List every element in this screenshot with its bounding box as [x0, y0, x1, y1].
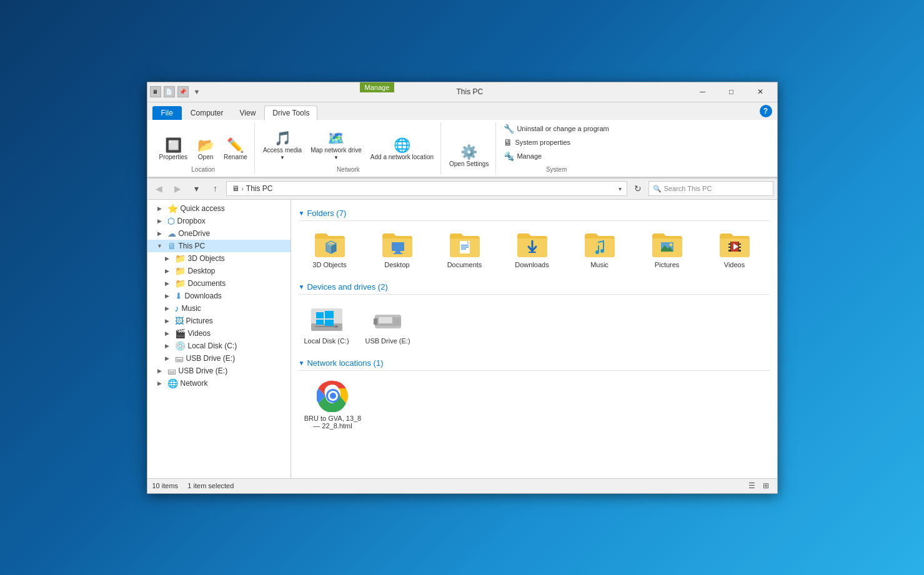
system-label: System — [546, 165, 567, 174]
folder-3d-objects-icon — [314, 230, 346, 258]
status-bar: 10 items 1 item selected ☰ ⊞ — [147, 478, 777, 493]
folders-chevron: ▼ — [299, 210, 305, 217]
settings-buttons: ⚙️ Open Settings — [446, 122, 492, 172]
maximize-button[interactable]: □ — [717, 82, 746, 102]
svg-rect-5 — [395, 251, 400, 253]
ribbon-tabs: File Computer View Drive Tools ? — [147, 102, 777, 120]
devices-section-header[interactable]: ▼ Devices and drives (2) — [299, 282, 770, 295]
sidebar-item-network[interactable]: ▶ 🌐 Network — [147, 377, 291, 390]
folder-3d-objects[interactable]: 3D Objects — [299, 226, 361, 272]
dropbox-icon: ⬡ — [167, 216, 175, 226]
folder-3d-objects-label: 3D Objects — [312, 261, 346, 268]
sidebar-item-desktop[interactable]: ▶ 📁 Desktop — [147, 265, 291, 277]
sidebar-item-dropbox[interactable]: ▶ ⬡ Dropbox — [147, 215, 291, 227]
devices-header-label: Devices and drives (2) — [307, 282, 387, 292]
folder-desktop-label: Desktop — [384, 261, 409, 268]
music-icon: ♪ — [175, 303, 179, 313]
sidebar-item-this-pc[interactable]: ▼ 🖥 This PC — [147, 240, 291, 252]
network-chevron: ▼ — [299, 360, 305, 366]
svg-rect-30 — [325, 320, 334, 326]
sidebar-item-documents[interactable]: ▶ 📁 Documents — [147, 277, 291, 290]
folder-documents[interactable]: Documents — [434, 226, 496, 272]
title-bar-icons: 🖥 📄 📌 ▼ — [150, 86, 382, 97]
folder-videos[interactable]: Videos — [703, 226, 766, 272]
system-properties-button[interactable]: 🖥 System properties — [501, 136, 611, 149]
search-box[interactable]: 🔍 Search This PC — [648, 181, 773, 196]
tab-drive-tools[interactable]: Drive Tools — [264, 106, 317, 120]
expand-downloads: ▶ — [162, 293, 172, 299]
folder-pictures-label: Pictures — [655, 261, 680, 268]
expand-documents: ▶ — [162, 280, 172, 287]
open-button[interactable]: 📂 Open — [193, 137, 218, 162]
access-media-chevron: ▼ — [280, 155, 285, 160]
devices-grid: Local Disk (C:) USB Dri — [299, 300, 770, 348]
expand-usb-2: ▶ — [155, 368, 165, 374]
ribbon-group-system: 🔧 Uninstall or change a program 🖥 System… — [497, 122, 615, 174]
map-network-drive-button[interactable]: 🗺️ Map network drive ▼ — [307, 130, 365, 162]
sidebar-item-usb-drive-2[interactable]: ▶ 🖴 USB Drive (E:) — [147, 365, 291, 377]
details-view-button[interactable]: ☰ — [746, 479, 758, 492]
large-icons-view-button[interactable]: ⊞ — [760, 479, 772, 492]
folder-desktop[interactable]: Desktop — [366, 226, 429, 272]
pictures-icon: 🖼 — [175, 316, 184, 326]
network-buttons: 🎵 Access media ▼ 🗺️ Map network drive ▼ … — [260, 122, 437, 165]
sidebar-item-pictures[interactable]: ▶ 🖼 Pictures — [147, 315, 291, 327]
sidebar-item-local-disk[interactable]: ▶ 💿 Local Disk (C:) — [147, 340, 291, 352]
folders-section-header[interactable]: ▼ Folders (7) — [299, 209, 770, 221]
sidebar-item-usb-drive-1[interactable]: ▶ 🖴 USB Drive (E:) — [147, 352, 291, 365]
folder-videos-icon — [718, 230, 751, 258]
add-network-location-button[interactable]: 🌐 Add a network location — [367, 137, 437, 162]
local-disk-icon: 💿 — [175, 341, 186, 351]
expand-desktop: ▶ — [162, 268, 172, 274]
downloads-icon: ⬇ — [175, 291, 182, 301]
usb-drive-2-icon: 🖴 — [167, 366, 176, 376]
refresh-button[interactable]: ↻ — [630, 180, 646, 197]
tab-file[interactable]: File — [152, 106, 182, 120]
address-path[interactable]: 🖥 › This PC ▾ — [226, 181, 627, 196]
sidebar-item-videos[interactable]: ▶ 🎬 Videos — [147, 327, 291, 340]
up-button[interactable]: ↑ — [207, 180, 224, 197]
folder-pictures-icon — [651, 230, 683, 258]
search-placeholder: Search This PC — [664, 185, 712, 192]
rename-button[interactable]: ✏️ Rename — [221, 137, 251, 162]
expand-onedrive: ▶ — [155, 230, 165, 237]
svg-rect-19 — [728, 248, 730, 250]
back-button[interactable]: ◀ — [151, 180, 167, 197]
sidebar-item-quick-access[interactable]: ▶ ⭐ Quick access — [147, 202, 291, 215]
device-local-disk[interactable]: Local Disk (C:) — [299, 300, 355, 348]
tab-computer[interactable]: Computer — [183, 106, 231, 120]
close-button[interactable]: ✕ — [746, 82, 775, 102]
forward-button[interactable]: ▶ — [170, 180, 186, 197]
help-button[interactable]: ? — [760, 105, 772, 117]
open-settings-button[interactable]: ⚙️ Open Settings — [446, 144, 492, 169]
folders-header-label: Folders (7) — [307, 209, 346, 218]
access-media-button[interactable]: 🎵 Access media ▼ — [260, 130, 305, 162]
add-network-icon: 🌐 — [394, 139, 410, 152]
network-item-chrome[interactable]: BRU to GVA, 13_8— 22_8.html — [299, 376, 367, 433]
svg-rect-29 — [316, 320, 324, 325]
folder-downloads-icon — [516, 230, 549, 258]
tab-view[interactable]: View — [232, 106, 264, 120]
device-usb-drive[interactable]: USB Drive (E:) — [360, 300, 416, 348]
ribbon: File Computer View Drive Tools ? 🔲 Prope… — [147, 102, 777, 179]
folder-downloads[interactable]: Downloads — [501, 226, 564, 272]
customize-label: ▼ — [191, 88, 201, 96]
manage-button[interactable]: 🔩 Manage — [501, 150, 611, 162]
window-controls: ─ □ ✕ — [688, 82, 775, 102]
sidebar-item-downloads[interactable]: ▶ ⬇ Downloads — [147, 290, 291, 302]
folder-pictures[interactable]: Pictures — [636, 226, 698, 272]
path-pc-icon: 🖥 — [232, 184, 239, 193]
folder-music[interactable]: Music — [569, 226, 631, 272]
network-label: Network — [337, 165, 360, 174]
sidebar-item-onedrive[interactable]: ▶ ☁ OneDrive — [147, 227, 291, 240]
sidebar-item-music[interactable]: ▶ ♪ Music — [147, 302, 291, 315]
properties-button[interactable]: 🔲 Properties — [156, 137, 191, 162]
uninstall-button[interactable]: 🔧 Uninstall or change a program — [501, 122, 611, 135]
window-title: This PC — [382, 87, 688, 96]
minimize-button[interactable]: ─ — [688, 82, 717, 102]
folder-music-icon — [584, 230, 616, 258]
expand-usb-1: ▶ — [162, 355, 172, 361]
recent-locations-button[interactable]: ▾ — [189, 180, 205, 197]
network-section-header[interactable]: ▼ Network locations (1) — [299, 358, 770, 371]
sidebar-item-3d-objects[interactable]: ▶ 📁 3D Objects — [147, 252, 291, 265]
